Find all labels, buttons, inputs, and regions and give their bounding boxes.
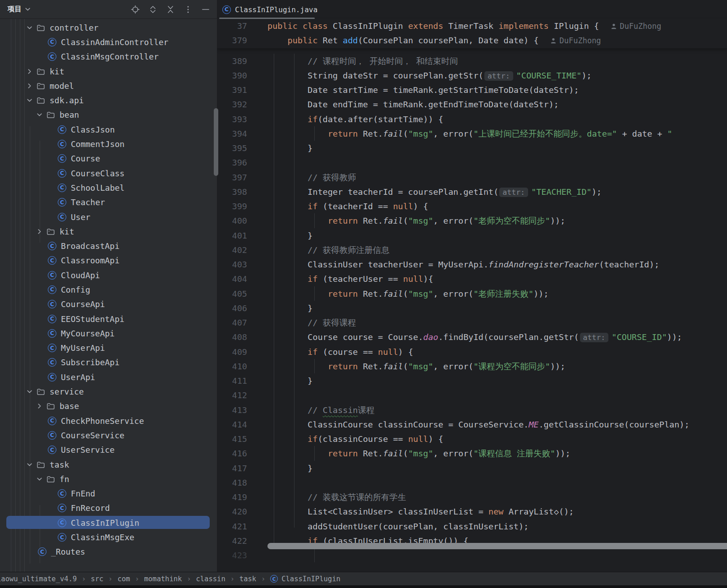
code-line-416[interactable]: 416 return Ret.fail("msg", error("课程信息 注… [217, 446, 727, 461]
author-annotation[interactable]: DuFuZhong [611, 19, 661, 33]
breadcrumb-item-classiniplugin[interactable]: CClassInIPlugin [270, 575, 340, 583]
tree-item-fnrecord[interactable]: CFnRecord [0, 501, 217, 515]
tree-item-mycourseapi[interactable]: CMyCourseApi [0, 326, 217, 340]
tree-item-teacher[interactable]: CTeacher [0, 195, 217, 210]
locate-icon[interactable] [130, 4, 141, 15]
chevron-down-icon[interactable] [26, 461, 32, 468]
code-line-393[interactable]: 393 if(date.after(startTime)) { [217, 112, 727, 127]
tree-item-kit[interactable]: kit [0, 64, 217, 78]
code-line-415[interactable]: 415 if(classinCourse == null) { [217, 432, 727, 446]
code-line-401[interactable]: 401 } [217, 229, 727, 243]
code-line-409[interactable]: 409 if (course == null) { [217, 345, 727, 359]
tree-item-service[interactable]: service [0, 384, 217, 399]
tree-item-courseapi[interactable]: CCourseApi [0, 297, 217, 312]
code-line-398[interactable]: 398 Integer teacherId = coursePlan.getIn… [217, 185, 727, 199]
code-line-408[interactable]: 408 Course course = Course.dao.findById(… [217, 330, 727, 345]
chevron-right-icon[interactable] [36, 228, 42, 234]
tree-item-base[interactable]: base [0, 399, 217, 413]
tree-item-subscribeapi[interactable]: CSubscribeApi [0, 355, 217, 370]
code-line-406[interactable]: 406 } [217, 301, 727, 316]
tree-item-classinmsgcontroller[interactable]: CClassinMsgController [0, 50, 217, 64]
tree-item-classjson[interactable]: CClassJson [0, 122, 217, 137]
tree-item-checkphoneservice[interactable]: CCheckPhoneService [0, 413, 217, 428]
tree-item-schoollabel[interactable]: CSchoolLabel [0, 180, 217, 195]
breadcrumb-item-momathink[interactable]: momathink [144, 575, 182, 583]
code-line-390[interactable]: 390 String dateStr = coursePlan.getStr(a… [217, 69, 727, 83]
tree-item-bean[interactable]: bean [0, 108, 217, 122]
tab-classiniplugin-java[interactable]: C ClassInIPlugin.java [217, 0, 326, 19]
breadcrumb-item-com[interactable]: com [117, 575, 130, 583]
tree-item-userapi[interactable]: CUserApi [0, 370, 217, 384]
chevron-right-icon[interactable] [26, 68, 32, 74]
code-area[interactable]: 389 // 课程时间， 开始时间， 和结束时间390 String dateS… [217, 49, 727, 563]
tree-item-sdk.api[interactable]: sdk.api [0, 93, 217, 107]
chevron-right-icon[interactable] [36, 403, 42, 409]
chevron-down-icon[interactable] [36, 476, 42, 482]
tree-item-fn[interactable]: fn [0, 472, 217, 486]
code-line-418[interactable]: 418 [217, 476, 727, 490]
breadcrumb-item-classin[interactable]: classin [196, 575, 225, 583]
breadcrumb-item-task[interactable]: task [239, 575, 256, 583]
tree-item-courseservice[interactable]: CCourseService [0, 428, 217, 442]
chevron-right-icon[interactable] [26, 83, 32, 89]
code-line-419[interactable]: 419 // 装载这节课的所有学生 [217, 490, 727, 505]
code-line-391[interactable]: 391 Date startTime = timeRank.getStartTi… [217, 83, 727, 97]
tree-item-task[interactable]: task [0, 457, 217, 472]
collapse-all-icon[interactable] [165, 4, 176, 15]
code-line-421[interactable]: 421 addStudentUser(coursePlan, classInUs… [217, 519, 727, 534]
code-line-400[interactable]: 400 return Ret.fail("msg", error("老师为空不能… [217, 214, 727, 228]
code-line-420[interactable]: 420 List<ClassinUser> classInUserList = … [217, 505, 727, 519]
editor-hscrollbar-thumb[interactable] [267, 543, 727, 549]
breadcrumb-item-iaowu_ultimate_v4.9[interactable]: iaowu_ultimate_v4.9 [0, 575, 77, 583]
code-line-397[interactable]: 397 // 获得教师 [217, 170, 727, 185]
tree-item-classiniplugin[interactable]: CClassInIPlugin [0, 515, 217, 530]
hide-panel-icon[interactable] [200, 4, 211, 15]
tree-item-course[interactable]: CCourse [0, 152, 217, 166]
code-line-410[interactable]: 410 return Ret.fail("msg", error("课程为空不能… [217, 359, 727, 374]
tree-item-eeostudentapi[interactable]: CEEOStudentApi [0, 312, 217, 326]
tree-item-courseclass[interactable]: CCourseClass [0, 166, 217, 180]
chevron-down-icon[interactable] [26, 389, 32, 395]
code-line-37[interactable]: 37public class ClassInIPlugin extends Ti… [217, 19, 727, 33]
tree-item-broadcastapi[interactable]: CBroadcastApi [0, 239, 217, 253]
code-line-403[interactable]: 403 ClassinUser teacherUser = MyUserApi.… [217, 257, 727, 272]
tree-item-commentjson[interactable]: CCommentJson [0, 137, 217, 151]
code-line-405[interactable]: 405 return Ret.fail("msg", error("老师注册失败… [217, 287, 727, 301]
tree-item-user[interactable]: CUser [0, 210, 217, 224]
tree-item-cloudapi[interactable]: CCloudApi [0, 268, 217, 282]
code-line-402[interactable]: 402 // 获得教师注册信息 [217, 243, 727, 257]
code-line-399[interactable]: 399 if (teacherId == null) { [217, 199, 727, 214]
tree-item-classinmsgexe[interactable]: CClassinMsgExe [0, 530, 217, 544]
tree-item-kit[interactable]: kit [0, 224, 217, 239]
expand-all-icon[interactable] [147, 4, 158, 15]
breadcrumb-item-src[interactable]: src [91, 575, 103, 583]
tree-item-fnend[interactable]: CFnEnd [0, 487, 217, 501]
tree-item-myuserapi[interactable]: CMyUserApi [0, 341, 217, 355]
tree-item-classroomapi[interactable]: CClassroomApi [0, 253, 217, 268]
code-line-404[interactable]: 404 if (teacherUser == null){ [217, 272, 727, 286]
tree-item-controller[interactable]: controller [0, 20, 217, 35]
code-line-395[interactable]: 395 } [217, 141, 727, 156]
chevron-down-icon[interactable] [26, 97, 32, 104]
tree-scrollbar-thumb[interactable] [214, 108, 218, 176]
more-options-icon[interactable] [183, 4, 193, 15]
chevron-down-icon[interactable] [36, 112, 42, 118]
code-line-411[interactable]: 411 } [217, 374, 727, 388]
code-line-412[interactable]: 412 [217, 388, 727, 403]
tree-item-_routes[interactable]: C_Routes [0, 545, 217, 559]
code-line-392[interactable]: 392 Date endTime = timeRank.getEndTimeTo… [217, 97, 727, 112]
code-line-413[interactable]: 413 // Classin课程 [217, 403, 727, 418]
code-line-396[interactable]: 396 [217, 156, 727, 170]
tree-item-config[interactable]: CConfig [0, 282, 217, 297]
code-line-407[interactable]: 407 // 获得课程 [217, 316, 727, 330]
code-line-414[interactable]: 414 ClassinCourse classinCourse = Course… [217, 418, 727, 432]
chevron-down-icon[interactable] [26, 24, 32, 31]
code-line-379[interactable]: 379 public Ret add(CoursePlan coursePlan… [217, 33, 727, 48]
tree-item-model[interactable]: model [0, 78, 217, 93]
tree-item-userservice[interactable]: CUserService [0, 443, 217, 457]
tree-item-classinadmincontroller[interactable]: CClassinAdminController [0, 35, 217, 49]
code-line-394[interactable]: 394 return Ret.fail("msg", error("上课时间已经… [217, 127, 727, 141]
code-line-389[interactable]: 389 // 课程时间， 开始时间， 和结束时间 [217, 54, 727, 69]
author-annotation[interactable]: DuFuZhong [550, 33, 601, 48]
chevron-down-icon[interactable] [25, 6, 31, 12]
